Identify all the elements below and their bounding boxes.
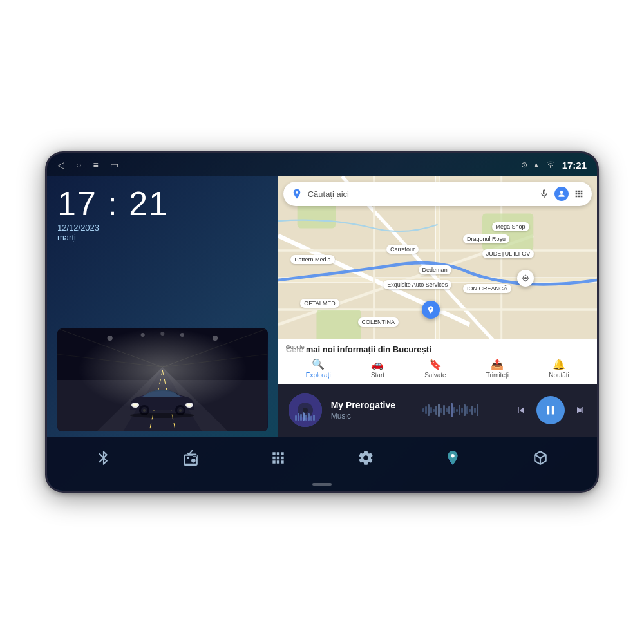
svg-rect-53 <box>313 415 315 421</box>
screen: ◁ ○ ≡ ▭ ⊙ ▲ 17:21 <box>47 153 597 491</box>
location-pin[interactable] <box>517 270 534 287</box>
svg-rect-61 <box>438 404 440 417</box>
directions-icon: 🚗 <box>371 358 384 370</box>
car-tunnel <box>57 328 268 431</box>
map-label-colentina: COLENTINA <box>358 317 399 327</box>
share-label: Trimiteți <box>486 372 509 379</box>
svg-rect-76 <box>477 404 478 416</box>
svg-rect-59 <box>433 409 435 412</box>
svg-rect-56 <box>425 406 427 414</box>
svg-point-20 <box>187 404 191 406</box>
settings-icon <box>357 450 374 466</box>
wifi-icon: ▲ <box>533 160 540 169</box>
svg-point-77 <box>192 459 196 463</box>
svg-rect-66 <box>451 403 453 417</box>
dock-settings[interactable] <box>352 444 380 472</box>
svg-rect-52 <box>310 416 312 421</box>
svg-point-78 <box>451 454 455 457</box>
map-label-pattern-media: Pattern Media <box>290 255 334 264</box>
explore-icon: 🔍 <box>312 358 325 370</box>
home-indicator <box>47 478 597 491</box>
svg-rect-46 <box>295 415 297 421</box>
map-label-judetul-ilfov: JUDEȚUL ILFOV <box>482 249 535 258</box>
radio-icon <box>182 450 199 466</box>
navigation-pin[interactable] <box>422 301 440 319</box>
svg-point-0 <box>550 167 551 168</box>
svg-rect-47 <box>298 413 299 421</box>
play-pause-button[interactable] <box>536 396 565 424</box>
bottom-dock <box>47 437 597 478</box>
dock-3d-cube[interactable] <box>526 444 554 472</box>
svg-rect-75 <box>474 408 476 413</box>
svg-rect-49 <box>303 412 305 421</box>
svg-rect-65 <box>448 406 450 414</box>
svg-rect-63 <box>443 405 445 415</box>
map-label-ion-creanga: ION CREANGĂ <box>463 284 511 293</box>
apps-grid-icon <box>270 450 287 466</box>
svg-rect-70 <box>461 408 463 413</box>
dock-bluetooth[interactable] <box>90 444 118 472</box>
map-label-dedeman: Dedeman <box>419 265 451 274</box>
music-controls <box>515 396 587 424</box>
back-icon[interactable]: ◁ <box>57 160 64 170</box>
status-bar: ◁ ○ ≡ ▭ ⊙ ▲ 17:21 <box>47 153 597 176</box>
left-panel: 17 : 21 12/12/2023 marți <box>47 176 278 437</box>
map-label-dragonul: Dragonul Roșu <box>463 234 509 243</box>
map-section[interactable]: Pattern Media Carrefour Dragonul Roșu De… <box>278 176 597 384</box>
map-search-icons <box>539 187 584 201</box>
share-icon: 📤 <box>491 358 504 370</box>
dock-radio[interactable] <box>176 444 205 472</box>
svg-rect-73 <box>469 409 471 412</box>
dock-apps[interactable] <box>264 444 292 472</box>
maps-info-title: Cele mai noi informații din București <box>286 345 589 354</box>
map-search-placeholder[interactable]: Căutați aici <box>308 189 534 199</box>
next-track-button[interactable] <box>574 404 587 417</box>
music-waveform <box>422 401 503 420</box>
car-infotainment-device: ◁ ○ ≡ ▭ ⊙ ▲ 17:21 <box>45 151 599 493</box>
svg-rect-51 <box>308 413 310 421</box>
wifi-signal-icon <box>545 161 556 169</box>
map-label-oftalmed: OFTALMED <box>300 299 339 308</box>
grid-icon[interactable] <box>574 189 584 199</box>
home-bar[interactable] <box>312 483 332 486</box>
svg-point-27 <box>130 413 194 418</box>
recents-icon[interactable]: ▭ <box>110 160 118 170</box>
svg-rect-60 <box>435 406 437 415</box>
svg-point-54 <box>303 408 308 413</box>
nav-buttons: ◁ ○ ≡ ▭ <box>57 160 118 170</box>
svg-point-12 <box>108 336 113 341</box>
svg-point-16 <box>213 336 218 341</box>
svg-rect-72 <box>466 406 468 414</box>
svg-rect-69 <box>459 405 460 415</box>
map-search-bar[interactable]: Căutați aici <box>283 182 592 206</box>
menu-icon[interactable]: ≡ <box>93 160 98 170</box>
explore-label: Explorați <box>306 372 331 379</box>
svg-rect-50 <box>305 415 307 421</box>
maps-nav-saved[interactable]: 🔖 Salvate <box>424 358 446 379</box>
svg-rect-68 <box>456 409 458 412</box>
status-right: ⊙ ▲ 17:21 <box>521 160 587 171</box>
map-label-exquisite: Exquisite Auto Services <box>383 280 451 289</box>
main-content: 17 : 21 12/12/2023 marți <box>47 176 597 437</box>
maps-nav-news[interactable]: 🔔 Noutăți <box>549 358 569 379</box>
svg-rect-71 <box>464 404 466 416</box>
music-title: My Prerogative <box>331 400 412 410</box>
right-panel: Pattern Media Carrefour Dragonul Roșu De… <box>278 176 597 437</box>
home-icon[interactable]: ○ <box>76 160 81 170</box>
status-time: 17:21 <box>562 160 587 171</box>
svg-rect-62 <box>440 408 442 413</box>
music-subtitle: Music <box>331 412 412 421</box>
maps-nav-explore[interactable]: 🔍 Explorați <box>306 358 331 379</box>
location-icon: ⊙ <box>521 160 527 169</box>
svg-point-13 <box>141 333 145 337</box>
svg-point-26 <box>179 409 182 412</box>
start-label: Start <box>371 372 384 379</box>
maps-nav-share[interactable]: 📤 Trimiteți <box>486 358 509 379</box>
car-image-section <box>57 247 268 431</box>
prev-track-button[interactable] <box>515 404 527 417</box>
user-avatar[interactable] <box>554 187 569 201</box>
dock-maps[interactable] <box>439 444 467 472</box>
microphone-icon[interactable] <box>539 189 549 199</box>
waveform-svg <box>422 401 480 420</box>
maps-nav-start[interactable]: 🚗 Start <box>371 358 384 379</box>
